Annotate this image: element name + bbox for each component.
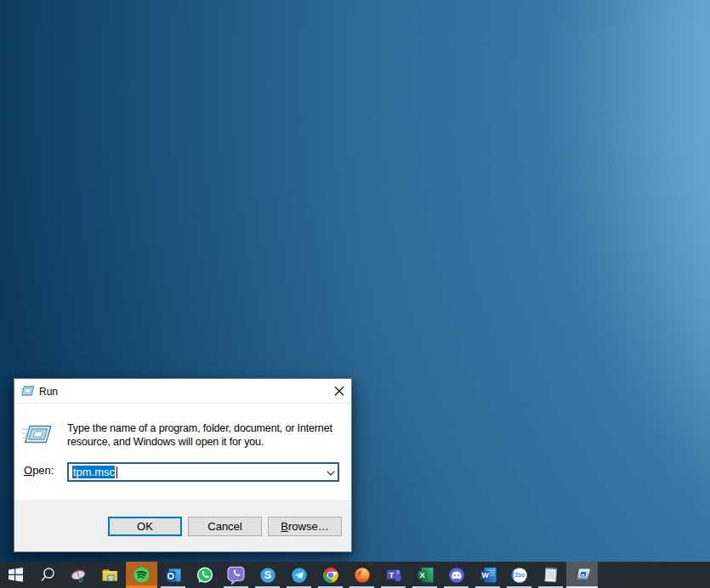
svg-text:W: W xyxy=(481,571,489,580)
svg-text:T: T xyxy=(389,570,395,580)
svg-text:Zoo: Zoo xyxy=(514,572,525,578)
svg-text:X: X xyxy=(419,570,425,580)
svg-text:S: S xyxy=(264,569,271,581)
